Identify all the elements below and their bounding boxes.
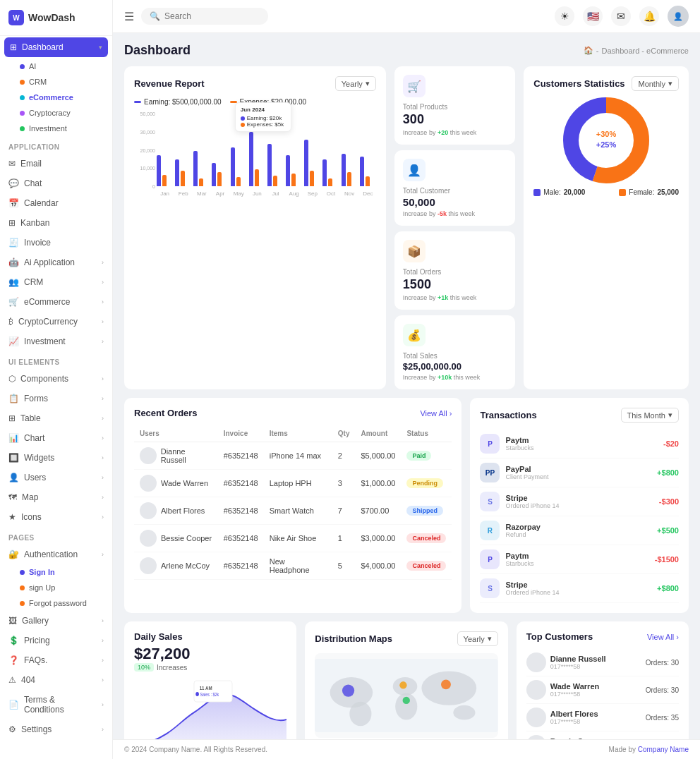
- sidebar-item-dashboard[interactable]: ⊞ Dashboard ▾: [4, 37, 108, 57]
- search-input[interactable]: [164, 11, 256, 21]
- icons-label: Icons: [21, 512, 42, 522]
- sidebar-item-crm2[interactable]: 👥CRM›: [0, 272, 112, 292]
- inv2-chevron: ›: [102, 338, 104, 345]
- tx-name: Stripe: [505, 581, 559, 589]
- bar-group-may: [231, 147, 247, 186]
- widgets-chevron: ›: [102, 454, 104, 461]
- sales-change: Increase by +10k this week: [403, 374, 507, 381]
- sidebar-item-investment[interactable]: Investment: [0, 121, 112, 136]
- tx-period-label: This Month: [627, 411, 665, 420]
- bell-icon[interactable]: 🔔: [639, 6, 659, 26]
- sidebar-item-auth[interactable]: 🔐Authentication›: [0, 545, 112, 564]
- sidebar-item-ai[interactable]: AI: [0, 59, 112, 74]
- sidebar-item-chart[interactable]: 📊Chart›: [0, 428, 112, 448]
- sidebar-item-icons[interactable]: ★Icons›: [0, 507, 112, 527]
- transaction-item: R Razorpay Refund +$500: [480, 516, 679, 545]
- sidebar-item-chat[interactable]: 💬Chat: [0, 174, 112, 193]
- map-card-header: Distribution Maps Yearly ▾: [315, 631, 498, 646]
- sidebar-item-ai-app[interactable]: 🤖Ai Application›: [0, 253, 112, 272]
- map-period-select[interactable]: Yearly ▾: [457, 631, 498, 646]
- forgotpw-label: Forgot password: [29, 599, 87, 607]
- flag-icon[interactable]: 🇺🇸: [583, 6, 603, 26]
- sidebar-item-table[interactable]: ⊞Table›: [0, 408, 112, 428]
- sidebar-item-users[interactable]: 👤Users›: [0, 468, 112, 487]
- sidebar-item-signup[interactable]: sign Up: [0, 580, 112, 595]
- breadcrumb-text: Dashboard - eCommerce: [602, 47, 689, 55]
- sidebar-item-kanban[interactable]: ⊞Kanban: [0, 213, 112, 233]
- table-icon: ⊞: [8, 413, 16, 423]
- donut-period-select[interactable]: Monthly ▾: [632, 76, 679, 91]
- sidebar-item-crm[interactable]: CRM: [0, 74, 112, 90]
- sales-tooltip-dot: [195, 692, 199, 696]
- map-label: Map: [22, 492, 38, 502]
- sidebar-item-settings[interactable]: ⚙Settings›: [0, 719, 112, 739]
- customers-stats-card: Customers Statistics Monthly ▾ +30%: [524, 66, 689, 389]
- orders-value: 1500: [403, 277, 507, 292]
- sidebar-item-signin[interactable]: Sign In: [0, 564, 112, 580]
- tx-title: Transactions: [480, 410, 536, 420]
- customer-item-left: Dianne Russell 017*****58: [526, 652, 606, 672]
- tx-period-select[interactable]: This Month ▾: [621, 408, 679, 423]
- sidebar-item-pricing[interactable]: 💲Pricing›: [0, 631, 112, 650]
- stat-card-customers: 👤 Total Customer 50,000 Increase by -5k …: [394, 150, 515, 226]
- tx-item-icon: PP: [480, 463, 500, 482]
- sidebar-item-terms[interactable]: 📄Terms & Conditions›: [0, 690, 112, 719]
- france-marker: [399, 681, 406, 688]
- usa-marker: [342, 684, 354, 696]
- daily-change-pct: 10%: [134, 663, 154, 672]
- sidebar-item-cryptocracy[interactable]: Cryptocracy: [0, 105, 112, 121]
- dashboard-icon: ⊞: [10, 42, 17, 52]
- customer-avatar: [526, 708, 546, 727]
- customer-info-block: Wade Warren 017*****58: [550, 682, 599, 698]
- orders-view-all[interactable]: View All ›: [420, 409, 452, 418]
- order-user: Bessie Cooper: [134, 525, 218, 552]
- revenue-tooltip: Jun 2024 Earning: $20k Expenses: $5k: [235, 102, 291, 132]
- tx-symbol: P: [488, 440, 493, 448]
- sidebar-item-404[interactable]: ⚠404›: [0, 670, 112, 690]
- user-avatar[interactable]: 👤: [668, 6, 689, 27]
- sidebar-item-ecommerce2[interactable]: 🛒eCommerce›: [0, 292, 112, 312]
- status-badge: Canceled: [406, 533, 446, 543]
- sidebar-item-crypto2[interactable]: ₿CryptoCurrency›: [0, 312, 112, 332]
- recent-orders-card: Recent Orders View All › Users Invoice I…: [124, 398, 461, 613]
- order-amount: $1,000.00: [355, 470, 401, 497]
- forgotpw-dot: [20, 601, 25, 606]
- sidebar-item-investment2[interactable]: 📈Investment›: [0, 332, 112, 351]
- tx-symbol: P: [488, 556, 493, 564]
- sidebar-item-widgets[interactable]: 🔲Widgets›: [0, 448, 112, 468]
- revenue-period-select[interactable]: Yearly ▾: [335, 76, 376, 91]
- mail-icon[interactable]: ✉: [611, 6, 631, 26]
- tooltip-expense-row: Expenses: $5k: [241, 121, 286, 128]
- app-logo[interactable]: W WowDash: [0, 0, 112, 36]
- footer-company-link[interactable]: Company Name: [638, 746, 689, 753]
- sidebar-item-ecommerce[interactable]: eCommerce: [0, 90, 112, 105]
- hamburger-icon[interactable]: ☰: [124, 10, 134, 23]
- japan-marker: [441, 680, 451, 690]
- search-icon: 🔍: [150, 11, 160, 21]
- sidebar-item-email[interactable]: ✉Email: [0, 154, 112, 174]
- sidebar-item-invoice[interactable]: 🧾Invoice: [0, 233, 112, 253]
- sidebar-item-forms[interactable]: 📋Forms›: [0, 389, 112, 408]
- products-label: Total Products: [403, 103, 507, 111]
- search-box[interactable]: 🔍: [141, 8, 268, 25]
- revenue-title: Revenue Report: [134, 78, 205, 89]
- sidebar-item-forgotpw[interactable]: Forgot password: [0, 595, 112, 611]
- sidebar-item-faqs[interactable]: ❓FAQs.›: [0, 650, 112, 670]
- tooltip-earning-dot: [241, 116, 245, 121]
- sidebar-item-gallery[interactable]: 🖼Gallery›: [0, 611, 112, 631]
- order-user-name: Albert Flores: [161, 506, 205, 515]
- tx-amount: -$1500: [655, 555, 679, 564]
- customer-info-block: Albert Flores 017*****58: [550, 710, 598, 725]
- customers-view-all[interactable]: View All ›: [647, 633, 679, 641]
- map-svg: [315, 653, 498, 738]
- col-users: Users: [134, 425, 218, 442]
- sidebar-item-calendar[interactable]: 📅Calendar: [0, 193, 112, 213]
- sidebar-item-components[interactable]: ⬡Components›: [0, 369, 112, 389]
- theme-toggle-icon[interactable]: ☀: [555, 6, 574, 26]
- 404-icon: ⚠: [8, 675, 16, 685]
- order-item: iPhone 14 max: [264, 442, 332, 470]
- sidebar-item-map[interactable]: 🗺Map›: [0, 487, 112, 507]
- table-row: Arlene McCoy #6352148 New Headphone 5 $4…: [134, 552, 452, 580]
- order-user: Dianne Russell: [134, 442, 218, 470]
- auth-icon: 🔐: [8, 549, 19, 559]
